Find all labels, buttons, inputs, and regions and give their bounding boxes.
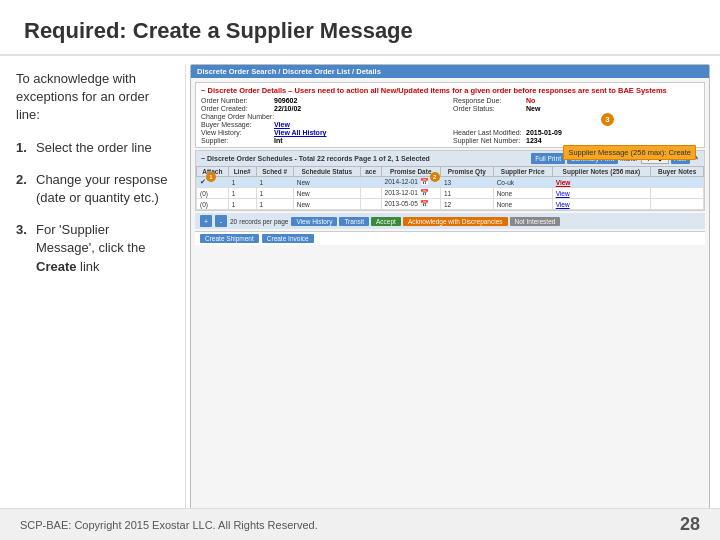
cell-sched: 1 [256,188,293,199]
cell-promise-date: 2014-12-01 📅 2 [381,177,440,188]
step-2-text: Change your response (date or quantity e… [36,171,169,207]
col-ace: ace [360,167,381,177]
cell-promise-date: 2013-05-05 📅 [381,199,440,210]
field-order-number: Order Number: 909602 [201,97,447,104]
records-per-page-label: records per page [239,218,288,225]
accept-btn[interactable]: Accept [371,217,401,226]
step-1-number: 1. [16,139,30,157]
ss-topbar: Discrete Order Search / Discrete Order L… [191,65,709,78]
field-order-status: Order Status: New [453,105,699,112]
field-buyer-message: Buyer Message: View [201,121,447,128]
intro-text: To acknowledge with exceptions for an or… [16,70,169,125]
step-3: 3. For 'Supplier Message', click the Cre… [16,221,169,276]
transit-btn[interactable]: Transit [339,217,369,226]
cell-sched: 1 [256,177,293,188]
cell-status: New [293,188,360,199]
step-3-number: 3. [16,221,30,276]
ss-bottom-action-bar: Create Shipment Create Invoice [195,231,705,245]
main-content: To acknowledge with exceptions for an or… [0,56,720,516]
page-number: 20 [230,218,237,225]
ss-section-title: ~ Discrete Order Details – Users need to… [201,86,699,95]
step-2: 2. Change your response (date or quantit… [16,171,169,207]
col-buyer-notes: Buyer Notes [651,167,704,177]
nav-minus-btn[interactable]: - [215,215,227,227]
nav-plus-btn[interactable]: + [200,215,212,227]
left-panel: To acknowledge with exceptions for an or… [0,56,185,516]
cell-attach: (0) [197,199,229,210]
col-sched: Sched # [256,167,293,177]
field-view-history: View History: View All History [201,129,447,136]
col-promise-qty: Promise Qty [440,167,493,177]
right-panel: Discrete Order Search / Discrete Order L… [186,56,720,516]
table-row[interactable]: ✔ 1 1 1 New 2014-12-01 [197,177,704,188]
field-supplier: Supplier: Int [201,137,447,144]
ss-fields: Order Number: 909602 Response Due: No Or… [201,97,699,144]
cell-buyer [651,199,704,210]
schedules-table: Attach Line# Sched # Schedule Status ace… [196,166,704,210]
screenshot-container: Discrete Order Search / Discrete Order L… [190,64,710,512]
supplier-message-highlight[interactable]: Supplier Message (256 max): Create [563,145,696,160]
cell-ace [360,188,381,199]
ss-details-section: ~ Discrete Order Details – Users need to… [195,82,705,148]
cell-price: Co-uk [493,177,552,188]
cell-sched: 1 [256,199,293,210]
field-change-order: Change Order Number: [201,113,447,120]
full-print-btn[interactable]: Full Print [531,153,565,164]
step-3-text: For 'Supplier Message', click the Create… [36,221,169,276]
cell-line: 1 [228,199,256,210]
cell-ace [360,199,381,210]
field-empty1 [453,113,699,120]
table-row[interactable]: (0) 1 1 New 2013-12-01 📅 11 None View [197,188,704,199]
calendar-icon[interactable]: 📅 [420,200,429,207]
cell-qty: 11 [440,188,493,199]
not-interested-btn[interactable]: Not Interested [510,217,561,226]
cell-line: 1 [228,177,256,188]
pagination: 20 records per page [230,218,288,225]
cell-attach: ✔ 1 [197,177,229,188]
view-history-btn[interactable]: View History [291,217,337,226]
create-invoice-btn[interactable]: Create Invoice [262,234,314,243]
calendar-icon[interactable]: 📅 [420,189,429,196]
table-row[interactable]: (0) 1 1 New 2013-05-05 📅 12 None View [197,199,704,210]
col-line: Line# [228,167,256,177]
field-supplier-net: Supplier Net Number: 1234 [453,137,699,144]
create-shipment-btn[interactable]: Create Shipment [200,234,259,243]
cell-buyer [651,188,704,199]
col-supplier-price: Supplier Price [493,167,552,177]
calendar-icon[interactable]: 📅 [420,178,429,185]
cell-notes-view[interactable]: View [552,188,651,199]
cell-status: New [293,177,360,188]
cell-buyer [651,177,704,188]
field-header-modified: Header Last Modified: 2015-01-09 [453,129,699,136]
badge-1: 1 [206,172,216,182]
page-footer: SCP-BAE: Copyright 2015 Exostar LLC. All… [0,508,720,540]
cell-ace [360,177,381,188]
field-order-created: Order Created: 22/10/02 [201,105,447,112]
ss-schedules-title: ~ Discrete Order Schedules - Total 22 re… [201,155,430,162]
cell-notes-view[interactable]: View [552,199,651,210]
cell-qty: 13 [440,177,493,188]
steps-list: 1. Select the order line 2. Change your … [16,139,169,276]
cell-promise-date: 2013-12-01 📅 [381,188,440,199]
page-title: Required: Create a Supplier Message [24,18,696,44]
cell-price: None [493,199,552,210]
cell-qty: 12 [440,199,493,210]
action-buttons: View History Transit Accept Acknowledge … [291,217,560,226]
page-header: Required: Create a Supplier Message [0,0,720,56]
badge-2: 2 [430,172,440,182]
cell-line: 1 [228,188,256,199]
ss-action-bar: + - 20 records per page View History Tra… [195,213,705,229]
badge-3: 3 [601,113,614,126]
step-1: 1. Select the order line [16,139,169,157]
cell-notes-create[interactable]: View [552,177,651,188]
cell-price: None [493,188,552,199]
cell-status: New [293,199,360,210]
col-status: Schedule Status [293,167,360,177]
col-notes: Supplier Notes (256 max) [552,167,651,177]
field-empty2 [453,121,699,128]
cell-attach: (0) [197,188,229,199]
step-2-number: 2. [16,171,30,207]
acknowledge-discrepancies-btn[interactable]: Acknowledge with Discrepancies [403,217,508,226]
footer-page-number: 28 [680,514,700,535]
field-response-due: Response Due: No [453,97,699,104]
